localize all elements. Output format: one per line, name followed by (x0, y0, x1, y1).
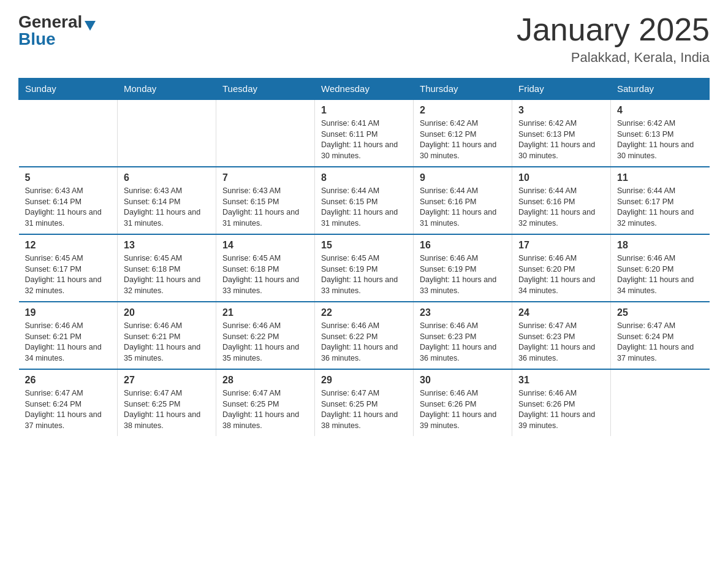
day-info: Sunrise: 6:46 AMSunset: 6:20 PMDaylight:… (518, 253, 604, 296)
calendar-day-22: 22Sunrise: 6:46 AMSunset: 6:22 PMDayligh… (315, 302, 414, 369)
calendar-day-11: 11Sunrise: 6:44 AMSunset: 6:17 PMDayligh… (611, 167, 710, 234)
calendar-day-23: 23Sunrise: 6:46 AMSunset: 6:23 PMDayligh… (414, 302, 512, 369)
title-section: January 2025 Palakkad, Kerala, India (517, 12, 710, 66)
day-info: Sunrise: 6:43 AMSunset: 6:14 PMDaylight:… (124, 186, 210, 229)
day-info: Sunrise: 6:44 AMSunset: 6:16 PMDaylight:… (518, 186, 604, 229)
day-info: Sunrise: 6:46 AMSunset: 6:26 PMDaylight:… (518, 388, 604, 431)
logo: General Blue (18, 12, 97, 49)
calendar-day-16: 16Sunrise: 6:46 AMSunset: 6:19 PMDayligh… (414, 234, 512, 302)
day-number: 17 (518, 240, 604, 251)
day-number: 28 (222, 375, 308, 386)
day-number: 26 (25, 375, 112, 386)
calendar-day-28: 28Sunrise: 6:47 AMSunset: 6:25 PMDayligh… (216, 369, 315, 436)
day-info: Sunrise: 6:47 AMSunset: 6:23 PMDaylight:… (518, 321, 604, 364)
calendar-day-4: 4Sunrise: 6:42 AMSunset: 6:13 PMDaylight… (611, 99, 710, 167)
day-info: Sunrise: 6:46 AMSunset: 6:22 PMDaylight:… (321, 321, 407, 364)
header-day-wednesday: Wednesday (315, 79, 414, 100)
day-number: 18 (617, 240, 703, 251)
calendar-title: January 2025 (517, 12, 710, 47)
day-info: Sunrise: 6:43 AMSunset: 6:14 PMDaylight:… (25, 186, 112, 229)
day-info: Sunrise: 6:44 AMSunset: 6:17 PMDaylight:… (617, 186, 703, 229)
day-info: Sunrise: 6:45 AMSunset: 6:18 PMDaylight:… (124, 253, 210, 296)
calendar-day-25: 25Sunrise: 6:47 AMSunset: 6:24 PMDayligh… (611, 302, 710, 369)
calendar-day-2: 2Sunrise: 6:42 AMSunset: 6:12 PMDaylight… (414, 99, 512, 167)
day-number: 5 (25, 172, 112, 183)
day-info: Sunrise: 6:45 AMSunset: 6:18 PMDaylight:… (222, 253, 308, 296)
day-number: 14 (222, 240, 308, 251)
day-number: 7 (222, 172, 308, 183)
calendar-day-30: 30Sunrise: 6:46 AMSunset: 6:26 PMDayligh… (414, 369, 512, 436)
calendar-day-31: 31Sunrise: 6:46 AMSunset: 6:26 PMDayligh… (512, 369, 611, 436)
calendar-day-13: 13Sunrise: 6:45 AMSunset: 6:18 PMDayligh… (118, 234, 216, 302)
day-info: Sunrise: 6:46 AMSunset: 6:20 PMDaylight:… (617, 253, 703, 296)
calendar-day-14: 14Sunrise: 6:45 AMSunset: 6:18 PMDayligh… (216, 234, 315, 302)
day-number: 12 (25, 240, 112, 251)
header-day-monday: Monday (118, 79, 216, 100)
day-number: 31 (518, 375, 604, 386)
calendar-empty-cell (19, 99, 118, 167)
calendar-day-7: 7Sunrise: 6:43 AMSunset: 6:15 PMDaylight… (216, 167, 315, 234)
calendar-day-20: 20Sunrise: 6:46 AMSunset: 6:21 PMDayligh… (118, 302, 216, 369)
calendar-day-9: 9Sunrise: 6:44 AMSunset: 6:16 PMDaylight… (414, 167, 512, 234)
day-number: 24 (518, 307, 604, 318)
day-info: Sunrise: 6:46 AMSunset: 6:21 PMDaylight:… (25, 321, 112, 364)
day-info: Sunrise: 6:44 AMSunset: 6:15 PMDaylight:… (321, 186, 407, 229)
header-day-saturday: Saturday (611, 79, 710, 100)
calendar-week-row: 5Sunrise: 6:43 AMSunset: 6:14 PMDaylight… (19, 167, 710, 234)
header-day-tuesday: Tuesday (216, 79, 315, 100)
day-number: 8 (321, 172, 407, 183)
day-number: 20 (124, 307, 210, 318)
page-header: General Blue January 2025 Palakkad, Kera… (18, 12, 710, 66)
day-info: Sunrise: 6:47 AMSunset: 6:25 PMDaylight:… (222, 388, 308, 431)
calendar-day-8: 8Sunrise: 6:44 AMSunset: 6:15 PMDaylight… (315, 167, 414, 234)
calendar-day-5: 5Sunrise: 6:43 AMSunset: 6:14 PMDaylight… (19, 167, 118, 234)
calendar-header-row: SundayMondayTuesdayWednesdayThursdayFrid… (19, 79, 710, 100)
day-number: 9 (420, 172, 506, 183)
calendar-day-27: 27Sunrise: 6:47 AMSunset: 6:25 PMDayligh… (118, 369, 216, 436)
calendar-week-row: 26Sunrise: 6:47 AMSunset: 6:24 PMDayligh… (19, 369, 710, 436)
day-number: 29 (321, 375, 407, 386)
day-info: Sunrise: 6:46 AMSunset: 6:23 PMDaylight:… (420, 321, 506, 364)
calendar-week-row: 1Sunrise: 6:41 AMSunset: 6:11 PMDaylight… (19, 99, 710, 167)
day-number: 19 (25, 307, 112, 318)
day-number: 22 (321, 307, 407, 318)
day-number: 2 (420, 105, 506, 116)
calendar-week-row: 19Sunrise: 6:46 AMSunset: 6:21 PMDayligh… (19, 302, 710, 369)
calendar-day-24: 24Sunrise: 6:47 AMSunset: 6:23 PMDayligh… (512, 302, 611, 369)
day-number: 23 (420, 307, 506, 318)
day-info: Sunrise: 6:41 AMSunset: 6:11 PMDaylight:… (321, 118, 407, 161)
header-day-thursday: Thursday (414, 79, 512, 100)
calendar-day-6: 6Sunrise: 6:43 AMSunset: 6:14 PMDaylight… (118, 167, 216, 234)
calendar-day-15: 15Sunrise: 6:45 AMSunset: 6:19 PMDayligh… (315, 234, 414, 302)
calendar-day-29: 29Sunrise: 6:47 AMSunset: 6:25 PMDayligh… (315, 369, 414, 436)
calendar-day-17: 17Sunrise: 6:46 AMSunset: 6:20 PMDayligh… (512, 234, 611, 302)
day-info: Sunrise: 6:47 AMSunset: 6:25 PMDaylight:… (321, 388, 407, 431)
calendar-day-1: 1Sunrise: 6:41 AMSunset: 6:11 PMDaylight… (315, 99, 414, 167)
day-number: 15 (321, 240, 407, 251)
day-info: Sunrise: 6:46 AMSunset: 6:26 PMDaylight:… (420, 388, 506, 431)
day-number: 4 (617, 105, 703, 116)
header-day-sunday: Sunday (19, 79, 118, 100)
day-info: Sunrise: 6:47 AMSunset: 6:24 PMDaylight:… (617, 321, 703, 364)
day-info: Sunrise: 6:47 AMSunset: 6:24 PMDaylight:… (25, 388, 112, 431)
day-info: Sunrise: 6:46 AMSunset: 6:22 PMDaylight:… (222, 321, 308, 364)
calendar-empty-cell (611, 369, 710, 436)
day-info: Sunrise: 6:45 AMSunset: 6:17 PMDaylight:… (25, 253, 112, 296)
day-info: Sunrise: 6:47 AMSunset: 6:25 PMDaylight:… (124, 388, 210, 431)
day-info: Sunrise: 6:46 AMSunset: 6:19 PMDaylight:… (420, 253, 506, 296)
day-info: Sunrise: 6:42 AMSunset: 6:13 PMDaylight:… (518, 118, 604, 161)
calendar-day-10: 10Sunrise: 6:44 AMSunset: 6:16 PMDayligh… (512, 167, 611, 234)
day-number: 30 (420, 375, 506, 386)
calendar-day-18: 18Sunrise: 6:46 AMSunset: 6:20 PMDayligh… (611, 234, 710, 302)
calendar-day-26: 26Sunrise: 6:47 AMSunset: 6:24 PMDayligh… (19, 369, 118, 436)
calendar-subtitle: Palakkad, Kerala, India (517, 50, 710, 66)
day-number: 3 (518, 105, 604, 116)
calendar-day-12: 12Sunrise: 6:45 AMSunset: 6:17 PMDayligh… (19, 234, 118, 302)
day-number: 25 (617, 307, 703, 318)
calendar-empty-cell (216, 99, 315, 167)
day-number: 11 (617, 172, 703, 183)
day-number: 21 (222, 307, 308, 318)
day-info: Sunrise: 6:42 AMSunset: 6:12 PMDaylight:… (420, 118, 506, 161)
day-info: Sunrise: 6:42 AMSunset: 6:13 PMDaylight:… (617, 118, 703, 161)
calendar-day-3: 3Sunrise: 6:42 AMSunset: 6:13 PMDaylight… (512, 99, 611, 167)
